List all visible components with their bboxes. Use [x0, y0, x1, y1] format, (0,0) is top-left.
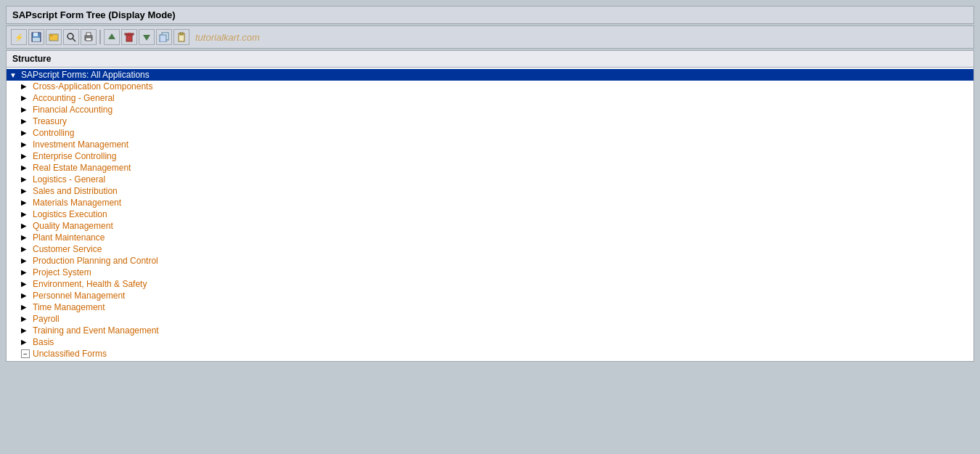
expand-icon: ▶ — [21, 83, 30, 90]
separator-1 — [99, 30, 101, 44]
svg-rect-13 — [128, 33, 131, 34]
expand-icon: ▶ — [21, 176, 30, 183]
tree-item[interactable]: ▶Project System — [7, 267, 973, 278]
svg-rect-9 — [86, 38, 91, 41]
tree-item[interactable]: ▶Materials Management — [7, 197, 973, 208]
tree-item[interactable]: ▶Real Estate Management — [7, 162, 973, 174]
tree-item[interactable]: ▶Investment Management — [7, 139, 973, 150]
svg-point-5 — [68, 33, 73, 39]
expand-icon: ▶ — [21, 187, 30, 195]
toolbar: ⚡ tutorialkart.com — [6, 25, 974, 49]
tree-item-label: Environment, Health & Safety — [33, 279, 147, 289]
tree-item-label: Personnel Management — [33, 291, 125, 301]
save-button[interactable] — [28, 29, 44, 45]
expand-icon: ▶ — [21, 292, 30, 299]
tree-item-label: Training and Event Management — [33, 325, 159, 336]
tree-item-label: Production Planning and Control — [33, 256, 158, 266]
main-panel: Structure ▼ SAPscript Forms: All Applica… — [6, 50, 974, 362]
tree-item[interactable]: ▶Production Planning and Control — [7, 255, 973, 267]
copy-button[interactable] — [156, 29, 172, 45]
expand-icon: ▶ — [21, 315, 30, 323]
tree-item[interactable]: ▶Sales and Distribution — [7, 185, 973, 197]
expand-icon: ▶ — [21, 211, 30, 218]
tree-item-label: Enterprise Controlling — [33, 151, 116, 161]
tree-item[interactable]: ▶Customer Service — [7, 243, 973, 255]
tree-root-label: SAPscript Forms: All Applications — [21, 70, 150, 80]
tree-item-label: Financial Accounting — [33, 105, 113, 115]
tree-item-label: Treasury — [33, 116, 67, 126]
open-button[interactable] — [46, 29, 62, 45]
tree-item[interactable]: ▶Logistics Execution — [7, 208, 973, 220]
title-label: SAPscript Form Tree (Display Mode) — [12, 9, 176, 20]
tree-item[interactable]: ▶Treasury — [7, 115, 973, 127]
tree-item-label: Customer Service — [33, 244, 102, 254]
tree-item[interactable]: ▶Controlling — [7, 127, 973, 139]
tree-item-label: Time Management — [33, 302, 105, 312]
expand-icon: ▶ — [21, 257, 30, 264]
tree-item[interactable]: ▶Financial Accounting — [7, 104, 973, 115]
tree-item-label: Controlling — [33, 128, 74, 138]
expand-icon: ▶ — [21, 164, 30, 171]
tree-items-container: ▶Cross-Application Components▶Accounting… — [7, 81, 973, 360]
tree-item-label: Investment Management — [33, 139, 128, 150]
tree-item-label: Real Estate Management — [33, 163, 131, 173]
tree-item[interactable]: ▶Environment, Health & Safety — [7, 278, 973, 290]
tree-area: ▼ SAPscript Forms: All Applications ▶Cro… — [7, 68, 973, 361]
print-button[interactable] — [81, 29, 97, 45]
app-window: SAPscript Form Tree (Display Mode) ⚡ — [0, 0, 980, 368]
root-expand-icon: ▼ — [9, 71, 18, 79]
tree-item-label: Sales and Distribution — [33, 186, 118, 196]
delete-button[interactable] — [121, 29, 137, 45]
minus-box-icon: − — [21, 349, 30, 358]
tree-item[interactable]: ▶Basis — [7, 336, 973, 348]
expand-icon: ▶ — [21, 153, 30, 160]
tree-item[interactable]: ▶Time Management — [7, 301, 973, 313]
expand-icon: ▶ — [21, 234, 30, 241]
title-bar: SAPscript Form Tree (Display Mode) — [6, 6, 974, 24]
tree-item-label: Accounting - General — [33, 93, 115, 103]
expand-icon: ▶ — [21, 280, 30, 288]
tree-item-label: Logistics Execution — [33, 209, 107, 219]
find-button[interactable] — [63, 29, 79, 45]
expand-icon: ▶ — [21, 118, 30, 125]
tree-item-label: Materials Management — [33, 198, 121, 208]
tree-item-label: Unclassified Forms — [33, 349, 107, 359]
move-up-button[interactable] — [104, 29, 120, 45]
tree-item-label: Payroll — [33, 314, 60, 324]
tree-item[interactable]: ▶Cross-Application Components — [7, 81, 973, 92]
tree-item-label: Project System — [33, 267, 91, 277]
svg-rect-2 — [33, 38, 40, 41]
tree-item[interactable]: ▶Training and Event Management — [7, 325, 973, 336]
sync-button[interactable]: ⚡ — [11, 29, 27, 45]
svg-rect-16 — [160, 35, 166, 42]
expand-icon: ▶ — [21, 199, 30, 206]
tree-item[interactable]: ▶Payroll — [7, 313, 973, 325]
expand-icon: ▶ — [21, 339, 30, 346]
svg-marker-14 — [143, 35, 150, 41]
tree-item[interactable]: ▶Accounting - General — [7, 92, 973, 104]
expand-icon: ▶ — [21, 106, 30, 113]
tree-item[interactable]: ▶Plant Maintenance — [7, 232, 973, 243]
tree-item[interactable]: ▶Quality Management — [7, 220, 973, 232]
tree-item[interactable]: ▶Logistics - General — [7, 174, 973, 185]
tree-item-label: Logistics - General — [33, 174, 105, 185]
expand-icon: ▶ — [21, 141, 30, 148]
tree-item-label: Quality Management — [33, 221, 113, 231]
svg-rect-18 — [180, 33, 183, 35]
tree-item-label: Basis — [33, 337, 54, 347]
tree-item-label: Cross-Application Components — [33, 81, 152, 92]
expand-icon: ▶ — [21, 94, 30, 102]
expand-icon: ▶ — [21, 129, 30, 137]
structure-header: Structure — [7, 51, 973, 68]
tree-root[interactable]: ▼ SAPscript Forms: All Applications — [7, 69, 973, 81]
move-down-button[interactable] — [139, 29, 155, 45]
tree-item[interactable]: ▶Enterprise Controlling — [7, 150, 973, 162]
svg-marker-10 — [108, 33, 115, 39]
paste-button[interactable] — [173, 29, 189, 45]
svg-rect-4 — [49, 34, 53, 36]
tree-item-last[interactable]: −Unclassified Forms — [7, 348, 973, 360]
expand-icon: ▶ — [21, 304, 30, 311]
tree-item-label: Plant Maintenance — [33, 232, 105, 243]
expand-icon: ▶ — [21, 269, 30, 276]
tree-item[interactable]: ▶Personnel Management — [7, 290, 973, 301]
